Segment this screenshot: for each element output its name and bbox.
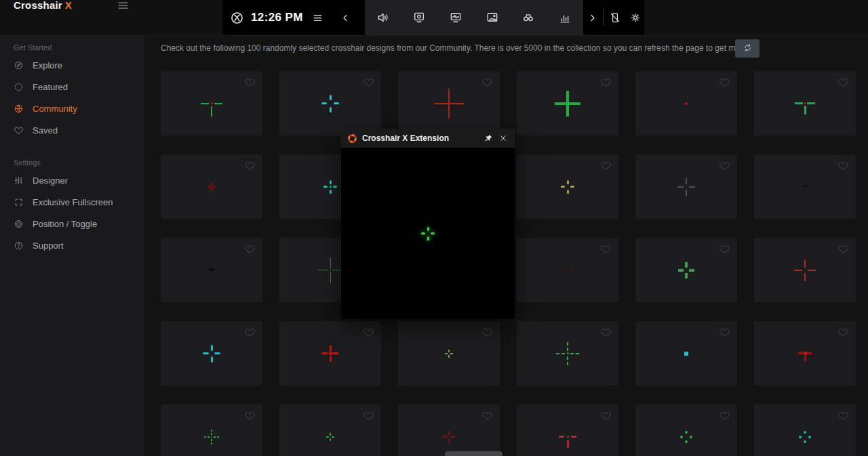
favorite-heart-icon[interactable] (600, 160, 612, 171)
crosshair-card[interactable] (279, 321, 381, 386)
crosshair-card[interactable] (279, 405, 381, 456)
crosshair-card[interactable] (398, 405, 500, 456)
crosshair-card[interactable] (161, 238, 262, 302)
crosshair-card[interactable] (635, 321, 737, 386)
crosshair-card[interactable] (161, 321, 262, 386)
resources-icon[interactable] (558, 11, 572, 24)
favorite-heart-icon[interactable] (837, 77, 849, 88)
crosshair-card[interactable] (517, 238, 618, 302)
hamburger-menu-icon[interactable] (117, 0, 130, 12)
gear-icon[interactable] (629, 12, 642, 24)
scrollbar-thumb[interactable] (445, 451, 502, 456)
crosshair-card[interactable] (754, 238, 856, 302)
help-icon (14, 241, 24, 251)
sidebar-item-label: Exclusive Fullscreen (33, 197, 113, 207)
favorite-heart-icon[interactable] (244, 77, 256, 88)
divider (603, 9, 604, 26)
sidebar-section-label: Settings (14, 156, 144, 169)
brand-primary: Crosshair (14, 0, 62, 11)
sliders-icon (14, 175, 24, 186)
crosshair-card[interactable] (754, 321, 856, 386)
audio-icon[interactable] (376, 11, 390, 24)
favorite-heart-icon[interactable] (363, 77, 374, 88)
favorite-heart-icon[interactable] (719, 327, 730, 338)
crosshair-card[interactable] (635, 154, 737, 219)
gamebar-right-section (583, 0, 644, 35)
favorite-heart-icon[interactable] (837, 160, 849, 171)
crosshair-card[interactable] (279, 71, 381, 136)
favorite-heart-icon[interactable] (481, 410, 493, 421)
favorite-heart-icon[interactable] (481, 77, 493, 88)
sidebar-item-position-toggle[interactable]: Position / Toggle (0, 213, 144, 234)
performance-icon[interactable] (449, 11, 462, 24)
crosshair-card[interactable] (754, 405, 856, 456)
favorite-heart-icon[interactable] (600, 77, 612, 88)
sidebar-item-label: Designer (33, 175, 68, 186)
capture-icon[interactable] (412, 11, 426, 24)
sidebar-item-designer[interactable]: Designer (0, 169, 144, 191)
gallery-icon[interactable] (486, 11, 499, 24)
sidebar-item-support[interactable]: Support (0, 234, 144, 256)
sidebar-item-label: Saved (33, 125, 58, 136)
favorite-heart-icon[interactable] (244, 243, 256, 255)
crosshair-x-logo-icon (348, 134, 357, 143)
crosshair-card[interactable] (517, 154, 618, 219)
favorite-heart-icon[interactable] (837, 327, 849, 338)
crosshair-card[interactable] (517, 405, 618, 456)
mobile-off-icon[interactable] (609, 12, 621, 24)
pin-icon[interactable] (484, 133, 493, 143)
looking-for-group-icon[interactable] (521, 11, 535, 24)
crosshair-card[interactable] (754, 154, 856, 219)
crosshair-card[interactable] (517, 321, 618, 386)
crosshair-card[interactable] (635, 71, 737, 136)
favorite-heart-icon[interactable] (837, 410, 849, 421)
featured-icon (14, 82, 24, 92)
gamebar-left-section: 12:26 PM (222, 0, 365, 35)
refresh-icon (743, 43, 753, 55)
favorite-heart-icon[interactable] (719, 160, 730, 171)
favorite-heart-icon[interactable] (363, 410, 374, 421)
community-description: Check out the following 100 randomly sel… (161, 43, 749, 53)
sidebar-item-label: Community (33, 104, 77, 114)
favorite-heart-icon[interactable] (837, 243, 849, 255)
crosshair-card[interactable] (635, 405, 737, 456)
crosshair-card[interactable] (635, 238, 737, 302)
sidebar-item-community[interactable]: Community (0, 98, 144, 119)
xbox-logo-icon[interactable] (230, 11, 244, 25)
heart-icon (14, 125, 24, 136)
favorite-heart-icon[interactable] (600, 410, 612, 421)
fullscreen-icon (14, 197, 24, 207)
favorite-heart-icon[interactable] (363, 327, 374, 338)
favorite-heart-icon[interactable] (719, 77, 730, 88)
favorite-heart-icon[interactable] (600, 243, 612, 255)
extension-titlebar[interactable]: Crosshair X Extension (341, 129, 515, 148)
crosshair-card[interactable] (517, 71, 618, 136)
crosshair-card[interactable] (161, 154, 262, 219)
favorite-heart-icon[interactable] (244, 160, 256, 171)
extension-window[interactable]: Crosshair X Extension (341, 129, 515, 319)
sidebar-item-explore[interactable]: Explore (0, 54, 144, 76)
crosshair-card[interactable] (161, 71, 262, 136)
favorite-heart-icon[interactable] (719, 243, 730, 255)
globe-icon (14, 104, 24, 114)
close-icon[interactable] (498, 133, 508, 143)
extension-preview-area (341, 148, 515, 319)
gamebar-clock: 12:26 PM (251, 11, 303, 24)
refresh-button[interactable] (735, 39, 760, 58)
favorite-heart-icon[interactable] (481, 327, 493, 338)
crosshair-card[interactable] (398, 321, 500, 386)
crosshair-card[interactable] (161, 405, 262, 456)
favorite-heart-icon[interactable] (719, 410, 730, 421)
sidebar-item-exclusive-fullscreen[interactable]: Exclusive Fullscreen (0, 191, 144, 213)
sidebar-item-featured[interactable]: Featured (0, 76, 144, 98)
favorite-heart-icon[interactable] (244, 327, 256, 338)
crosshair-card[interactable] (398, 71, 500, 136)
chevron-left-icon[interactable] (340, 13, 351, 23)
widget-menu-icon[interactable] (311, 12, 324, 24)
crosshair-card[interactable] (754, 71, 856, 136)
favorite-heart-icon[interactable] (600, 327, 612, 338)
sidebar-item-saved[interactable]: Saved (0, 119, 144, 141)
chevron-right-icon[interactable] (587, 13, 597, 23)
sidebar-item-label: Support (33, 241, 64, 251)
favorite-heart-icon[interactable] (244, 410, 256, 421)
